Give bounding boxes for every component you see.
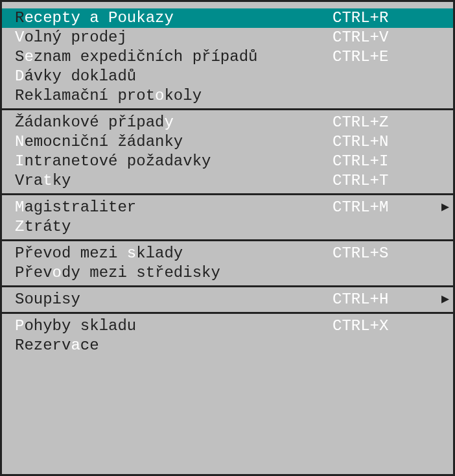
hotkey-letter: N <box>15 133 24 150</box>
hotkey-letter: o <box>155 87 164 104</box>
hotkey-letter: t <box>43 172 52 189</box>
menu-item-shortcut: CTRL+H <box>332 290 388 309</box>
menu-item-label: Převody mezi středisky <box>15 263 220 283</box>
menu-item-label: Seznam expedičních případů <box>15 47 257 67</box>
menu-item-shortcut: CTRL+T <box>332 171 388 191</box>
menu-item-label: Ztráty <box>15 217 71 237</box>
menu-item-label: Volný prodej <box>15 28 127 47</box>
hotkey-letter: R <box>15 9 24 27</box>
menu-item[interactable]: MagistraliterCTRL+M▶ <box>2 198 453 217</box>
menu-item[interactable]: Nemocniční žádankyCTRL+N <box>2 132 453 152</box>
menu-item[interactable]: Recepty a PoukazyCTRL+R <box>2 8 453 28</box>
menu-item-shortcut: CTRL+M <box>332 198 388 217</box>
menu-item-label: Intranetové požadavky <box>15 152 211 171</box>
menu-item[interactable]: Seznam expedičních případůCTRL+E <box>2 47 453 67</box>
submenu-arrow-icon: ▶ <box>441 198 449 217</box>
menu-item-label: Převod mezi sklady <box>15 244 183 263</box>
menu-item-label: Magistraliter <box>15 198 136 217</box>
menu-group: SoupisyCTRL+H▶ <box>2 287 453 314</box>
menu-group: Pohyby skladuCTRL+XRezervace <box>2 314 453 358</box>
menu-item-shortcut: CTRL+N <box>332 132 388 152</box>
menu-item-shortcut: CTRL+S <box>332 244 388 263</box>
menu-item-label: Recepty a Poukazy <box>15 8 174 28</box>
menu-item-label: Nemocniční žádanky <box>15 132 183 152</box>
menu-item[interactable]: Rezervace <box>2 336 453 355</box>
hotkey-letter: a <box>71 337 80 354</box>
hotkey-letter: o <box>52 264 62 281</box>
menu-item-shortcut: CTRL+I <box>332 152 388 171</box>
menu-group: Recepty a PoukazyCTRL+RVolný prodejCTRL+… <box>2 6 453 110</box>
menu-item[interactable]: Volný prodejCTRL+V <box>2 28 453 47</box>
menu-group: MagistraliterCTRL+M▶Ztráty <box>2 195 453 241</box>
hotkey-letter: s <box>127 244 136 262</box>
menu-item-shortcut: CTRL+V <box>332 28 388 47</box>
menu-item[interactable]: Reklamační protokoly <box>2 86 453 106</box>
menu-item-shortcut: CTRL+E <box>332 47 388 67</box>
menu-item[interactable]: Žádankové případyCTRL+Z <box>2 113 453 132</box>
menu-item[interactable]: Dávky dokladů <box>2 67 453 86</box>
menu-item-shortcut: CTRL+X <box>332 316 388 336</box>
menu-item-label: Žádankové případy <box>15 113 174 132</box>
hotkey-letter: M <box>15 198 24 216</box>
hotkey-letter: D <box>15 67 24 85</box>
hotkey-letter: e <box>24 48 33 65</box>
menu-item[interactable]: Převod mezi skladyCTRL+S <box>2 244 453 263</box>
menu-item-label: Reklamační protokoly <box>15 86 202 106</box>
menu-item[interactable]: Ztráty <box>2 217 453 237</box>
menu-group: Žádankové případyCTRL+ZNemocniční žádank… <box>2 110 453 195</box>
menu-item-label: Dávky dokladů <box>15 67 136 86</box>
menu-item[interactable]: SoupisyCTRL+H▶ <box>2 290 453 309</box>
menu-item[interactable]: Pohyby skladuCTRL+X <box>2 316 453 336</box>
menu-group: Převod mezi skladyCTRL+SPřevody mezi stř… <box>2 241 453 287</box>
menu-item-label: Vratky <box>15 171 71 191</box>
hotkey-letter: y <box>164 113 173 131</box>
menu-item-label: Pohyby skladu <box>15 316 136 336</box>
hotkey-letter: Z <box>15 218 24 235</box>
menu-item-shortcut: CTRL+Z <box>332 113 388 132</box>
submenu-arrow-icon: ▶ <box>441 290 449 309</box>
menu-item-label: Soupisy <box>15 290 80 309</box>
hotkey-letter: I <box>15 152 24 170</box>
menu-item-shortcut: CTRL+R <box>332 8 388 28</box>
menu-item-label: Rezervace <box>15 336 99 355</box>
context-menu: Recepty a PoukazyCTRL+RVolný prodejCTRL+… <box>0 0 455 476</box>
menu-item[interactable]: VratkyCTRL+T <box>2 171 453 191</box>
menu-item[interactable]: Intranetové požadavkyCTRL+I <box>2 152 453 171</box>
hotkey-letter: P <box>15 317 24 335</box>
menu-item[interactable]: Převody mezi středisky <box>2 263 453 283</box>
hotkey-letter: V <box>15 29 24 46</box>
